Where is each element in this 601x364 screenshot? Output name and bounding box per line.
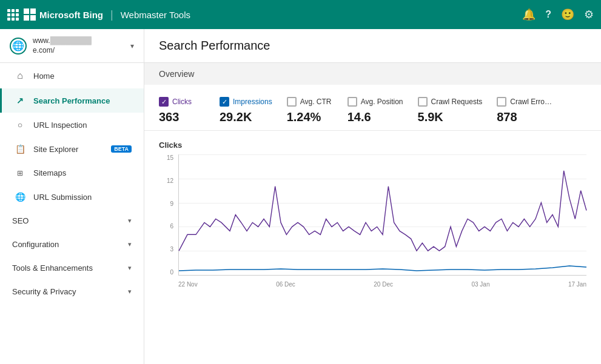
- svg-rect-0: [24, 8, 29, 14]
- clicks-checkbox[interactable]: ✓: [159, 97, 169, 107]
- section-label: Configuration: [12, 240, 121, 249]
- expand-icon: ▾: [128, 264, 132, 272]
- y-label-12: 12: [167, 177, 173, 184]
- metric-check-row: Avg. Position: [348, 97, 403, 107]
- help-icon[interactable]: ?: [545, 9, 551, 20]
- metric-check-row: Avg. CTR: [287, 97, 332, 107]
- y-label-3: 3: [170, 246, 173, 253]
- app-header: Microsoft Bing | Webmaster Tools 🔔 ? 🙂 ⚙: [0, 0, 601, 29]
- chart-plot-area: [178, 154, 586, 276]
- main-layout: 🌐 www.████████ e.com/ ▾ ⌂ Home ↗ Search …: [0, 29, 601, 364]
- crawl-requests-checkbox[interactable]: [418, 97, 428, 107]
- sidebar-section-configuration[interactable]: Configuration ▾: [0, 233, 144, 256]
- sidebar-item-home[interactable]: ⌂ Home: [0, 63, 144, 88]
- page-header: Search Performance: [144, 29, 601, 63]
- trending-icon: ↗: [14, 96, 26, 105]
- section-label: SEO: [12, 216, 121, 225]
- header-left: Microsoft Bing | Webmaster Tools: [7, 8, 522, 21]
- page-title: Search Performance: [159, 39, 586, 53]
- crawl-requests-value: 5.9K: [418, 110, 443, 124]
- settings-icon[interactable]: ⚙: [584, 8, 594, 21]
- svg-rect-2: [24, 15, 29, 21]
- expand-icon: ▾: [128, 217, 132, 225]
- main-content: Search Performance Overview ✓ Clicks 363…: [144, 29, 601, 364]
- x-label-20dec: 20 Dec: [374, 281, 393, 288]
- chart-title: Clicks: [159, 141, 586, 150]
- sidebar-section-tools[interactable]: Tools & Enhancements ▾: [0, 256, 144, 280]
- y-label-0: 0: [170, 269, 173, 276]
- metric-clicks[interactable]: ✓ Clicks 363: [159, 97, 220, 124]
- beta-badge: BETA: [111, 145, 132, 153]
- sidebar-item-search-performance[interactable]: ↗ Search Performance: [0, 88, 144, 113]
- overview-label: Overview: [159, 69, 194, 79]
- chart-y-axis: 15 12 9 6 3 0: [159, 154, 176, 276]
- site-selector[interactable]: 🌐 www.████████ e.com/ ▾: [0, 29, 144, 63]
- metric-crawl-errors[interactable]: Crawl Erro… 878: [497, 97, 566, 124]
- x-label-17jan: 17 Jan: [568, 281, 586, 288]
- crawl-errors-checkbox[interactable]: [497, 97, 506, 107]
- sidebar-item-label: Site Explorer: [33, 145, 104, 154]
- sidebar-item-url-inspection[interactable]: ○ URL Inspection: [0, 113, 144, 137]
- site-globe-icon: 🌐: [10, 38, 27, 55]
- content-area: Overview ✓ Clicks 363 ✓ Impressions 2: [144, 63, 601, 297]
- sidebar-item-label: Sitemaps: [33, 168, 132, 177]
- sidebar-item-url-submission[interactable]: 🌐 URL Submission: [0, 185, 144, 209]
- avg-position-value: 14.6: [348, 110, 371, 124]
- y-label-6: 6: [170, 223, 173, 230]
- metric-crawl-requests[interactable]: Crawl Requests 5.9K: [418, 97, 497, 124]
- app-name: Microsoft Bing: [39, 10, 103, 20]
- avg-ctr-checkbox[interactable]: [287, 97, 297, 107]
- metric-label: Avg. Position: [361, 98, 403, 106]
- svg-rect-3: [30, 15, 36, 21]
- sidebar-item-label: URL Inspection: [33, 121, 132, 130]
- sidebar-section-security[interactable]: Security & Privacy ▾: [0, 280, 144, 303]
- bell-icon[interactable]: 🔔: [522, 8, 536, 21]
- url-submission-icon: 🌐: [14, 192, 26, 202]
- site-chevron-icon: ▾: [130, 42, 134, 50]
- chart-container: 15 12 9 6 3 0: [159, 154, 586, 288]
- sidebar-item-site-explorer[interactable]: 📋 Site Explorer BETA: [0, 137, 144, 161]
- avg-position-checkbox[interactable]: [348, 97, 357, 107]
- sidebar-item-sitemaps[interactable]: ⊞ Sitemaps: [0, 161, 144, 185]
- tool-name: Webmaster Tools: [121, 10, 190, 20]
- windows-icon: [24, 8, 36, 21]
- metric-avg-position[interactable]: Avg. Position 14.6: [348, 97, 418, 124]
- sitemaps-icon: ⊞: [14, 169, 26, 177]
- chart-svg: [179, 154, 586, 275]
- site-explorer-icon: 📋: [14, 144, 26, 154]
- sidebar-section-seo[interactable]: SEO ▾: [0, 209, 144, 233]
- smiley-icon[interactable]: 🙂: [561, 8, 574, 21]
- metric-label: Impressions: [233, 98, 272, 106]
- chart-area: Clicks 15 12 9 6 3 0: [144, 131, 601, 297]
- metric-label: Crawl Requests: [431, 98, 483, 106]
- clicks-line: [179, 171, 586, 251]
- metric-check-row: ✓ Impressions: [220, 97, 272, 107]
- expand-icon: ▾: [128, 240, 132, 248]
- overview-bar: Overview: [144, 63, 601, 85]
- app-logo: Microsoft Bing: [24, 8, 103, 21]
- avg-ctr-value: 1.24%: [287, 110, 321, 124]
- x-label-06dec: 06 Dec: [276, 281, 295, 288]
- section-label: Security & Privacy: [12, 287, 121, 296]
- impressions-value: 29.2K: [220, 110, 252, 124]
- section-label: Tools & Enhancements: [12, 263, 121, 273]
- header-divider: |: [110, 8, 113, 21]
- metric-avg-ctr[interactable]: Avg. CTR 1.24%: [287, 97, 348, 124]
- sidebar-nav: ⌂ Home ↗ Search Performance ○ URL Inspec…: [0, 63, 144, 303]
- svg-rect-1: [30, 8, 36, 14]
- metric-label: Clicks: [172, 98, 192, 106]
- expand-icon: ▾: [128, 288, 132, 296]
- metric-check-row: ✓ Clicks: [159, 97, 192, 107]
- sidebar: 🌐 www.████████ e.com/ ▾ ⌂ Home ↗ Search …: [0, 29, 144, 364]
- metrics-row: ✓ Clicks 363 ✓ Impressions 29.2K Avg.: [144, 85, 601, 131]
- metric-label: Avg. CTR: [300, 98, 332, 106]
- impressions-checkbox[interactable]: ✓: [220, 97, 229, 107]
- sidebar-item-label: Search Performance: [33, 96, 132, 105]
- metric-impressions[interactable]: ✓ Impressions 29.2K: [220, 97, 287, 124]
- impressions-line: [179, 266, 586, 271]
- y-label-9: 9: [170, 200, 173, 207]
- grid-menu-icon[interactable]: [7, 9, 19, 21]
- x-label-22nov: 22 Nov: [178, 281, 198, 288]
- search-icon: ○: [14, 120, 26, 130]
- y-label-15: 15: [167, 154, 173, 161]
